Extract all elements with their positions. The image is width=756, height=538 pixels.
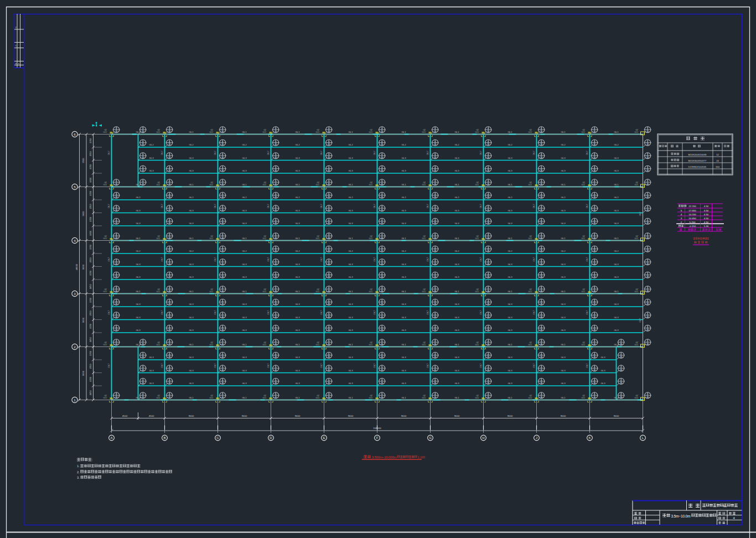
svg-text:GL7: GL7 [479, 150, 482, 154]
svg-text:GL2: GL2 [614, 143, 619, 146]
svg-text:16: 16 [434, 343, 437, 345]
svg-text:GL2: GL2 [189, 250, 194, 252]
svg-text:GL7: GL7 [532, 310, 535, 314]
svg-text:16: 16 [540, 275, 543, 278]
svg-text:GZ: GZ [263, 182, 266, 184]
svg-text:16: 16 [381, 183, 384, 185]
svg-text:16: 16 [593, 169, 596, 172]
svg-text:16: 16 [593, 209, 596, 211]
svg-text:GL7: GL7 [107, 310, 110, 314]
svg-text:GL3: GL3 [508, 316, 512, 319]
svg-text:2350: 2350 [89, 364, 92, 369]
svg-text:GZ1: GZ1 [582, 237, 586, 240]
svg-text:GL1: GL1 [242, 237, 247, 240]
svg-text:GZ: GZ [370, 182, 372, 184]
svg-text:GL3: GL3 [401, 276, 406, 278]
svg-text:16: 16 [221, 169, 224, 172]
svg-text:GZ1: GZ1 [263, 131, 267, 133]
svg-text:13: 13 [168, 328, 171, 331]
svg-text:13: 13 [646, 302, 649, 305]
svg-text:16: 16 [275, 343, 277, 345]
svg-text:13: 13 [115, 396, 118, 399]
svg-text:GL3: GL3 [189, 169, 194, 172]
svg-text:9600: 9600 [82, 211, 85, 216]
svg-text:16: 16 [487, 236, 490, 239]
svg-text:13: 13 [168, 236, 171, 239]
svg-text:GL3: GL3 [242, 303, 247, 306]
svg-text:13: 13 [142, 343, 144, 345]
svg-text:GL2: GL2 [561, 196, 566, 199]
svg-text:16: 16 [275, 209, 277, 211]
svg-text:C: C [216, 436, 219, 439]
svg-text:GL3: GL3 [136, 303, 141, 306]
svg-text:16: 16 [540, 381, 543, 384]
svg-text:GL3: GL3 [348, 209, 353, 212]
svg-text:GL7: GL7 [320, 203, 323, 208]
svg-text:GL3: GL3 [295, 382, 300, 385]
svg-text:16: 16 [434, 143, 437, 146]
svg-text:16: 16 [434, 209, 437, 211]
svg-text:16: 16 [434, 130, 437, 133]
svg-text:2350: 2350 [89, 376, 92, 382]
svg-text:13: 13 [142, 143, 144, 146]
svg-text:2350: 2350 [89, 270, 92, 276]
svg-text:13: 13 [646, 143, 649, 146]
svg-text:16: 16 [540, 302, 543, 305]
svg-text:GL3: GL3 [454, 263, 459, 266]
svg-text:GZ1: GZ1 [263, 397, 267, 399]
svg-text:4500: 4500 [149, 415, 154, 417]
svg-text:GL7: GL7 [160, 150, 163, 154]
svg-text:GL1: GL1 [614, 183, 619, 186]
svg-text:GL3: GL3 [295, 169, 300, 172]
svg-text:GZ1: GZ1 [103, 397, 107, 399]
svg-text:16: 16 [434, 355, 437, 358]
svg-text:16: 16 [221, 289, 224, 292]
svg-text:GL3: GL3 [189, 316, 194, 319]
svg-text:GZ: GZ [104, 182, 107, 184]
svg-text:16: 16 [434, 249, 437, 252]
svg-text:16: 16 [381, 169, 384, 172]
svg-text:GZ1: GZ1 [369, 291, 373, 293]
svg-text:GL3: GL3 [401, 263, 406, 266]
svg-text:GL1: GL1 [614, 343, 619, 346]
svg-text:GZ1: GZ1 [263, 237, 267, 240]
svg-text:9500: 9500 [82, 158, 85, 163]
svg-text:GL7: GL7 [373, 310, 376, 314]
svg-text:13: 13 [142, 156, 144, 159]
svg-text:16: 16 [221, 209, 224, 211]
svg-text:GL7: GL7 [320, 363, 323, 368]
svg-text:GL7: GL7 [532, 150, 535, 154]
svg-text:GL1: GL1 [508, 237, 512, 240]
svg-text:13: 13 [115, 302, 118, 305]
svg-text:D: D [270, 436, 272, 439]
svg-text:16: 16 [487, 355, 490, 358]
svg-text:4: 4 [74, 239, 76, 242]
svg-text:GZ: GZ [423, 129, 426, 131]
svg-text:GL7: GL7 [426, 203, 429, 208]
svg-text:GZ: GZ [476, 342, 479, 344]
svg-text:GZ1: GZ1 [157, 344, 160, 346]
svg-text:16: 16 [487, 249, 490, 252]
svg-text:16: 16 [487, 169, 490, 172]
svg-text:GL1: GL1 [348, 183, 353, 186]
svg-text:GL3: GL3 [614, 316, 619, 319]
svg-text:GL3: GL3 [189, 329, 194, 332]
svg-text:13: 13 [168, 262, 171, 265]
svg-text:13: 13 [115, 289, 118, 292]
svg-text:GL3: GL3 [295, 356, 300, 359]
svg-text:16: 16 [221, 369, 224, 371]
svg-text:16: 16 [381, 381, 384, 384]
svg-text:GL1: GL1 [614, 131, 619, 133]
svg-text:GL3: GL3 [508, 209, 512, 212]
svg-text:GL3: GL3 [508, 303, 512, 306]
svg-text:GL1: GL1 [401, 343, 406, 346]
svg-text:16: 16 [381, 343, 384, 345]
svg-text:GL1: GL1 [136, 396, 141, 399]
svg-text:d: d [15, 62, 16, 65]
svg-text:16: 16 [275, 315, 277, 318]
svg-text:GL1: GL1 [189, 183, 194, 186]
svg-text:GL3: GL3 [136, 329, 141, 332]
svg-text:16: 16 [381, 156, 384, 159]
svg-text:150: 150 [716, 165, 720, 168]
svg-text:16: 16 [487, 328, 490, 331]
